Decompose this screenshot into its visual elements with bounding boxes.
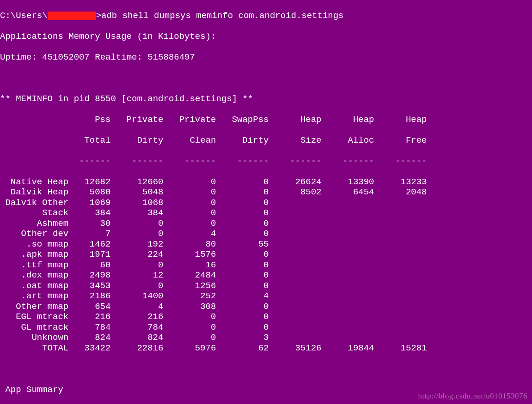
cell-heap-size: 26624 <box>269 177 321 187</box>
terminal-window[interactable]: C:\Users\>adb shell dumpsys meminfo com.… <box>0 0 532 404</box>
cell-swap-pss-dirty: 0 <box>216 218 269 229</box>
row-name: .art mmap <box>0 291 68 301</box>
row-name: Other mmap <box>0 301 68 312</box>
cell-priv-clean: 0 <box>163 312 216 322</box>
cell-pss-total: 2186 <box>68 291 110 301</box>
table-row: Other dev7040 <box>0 229 532 239</box>
table-row: Dalvik Other1069106800 <box>0 198 532 208</box>
row-name: Other dev <box>0 229 68 239</box>
col-hdr-heap-size: Heap <box>269 115 321 125</box>
cell-heap-free: 13233 <box>374 177 427 187</box>
cell-heap-alloc: 6454 <box>321 187 374 198</box>
col-hdr2-clean: Clean <box>163 135 216 146</box>
row-name: Ashmem <box>0 218 68 229</box>
table-row: .dex mmap24981224840 <box>0 270 532 281</box>
cell-heap-alloc: 19844 <box>321 343 374 354</box>
table-row: .apk mmap197122415760 <box>0 249 532 260</box>
row-name: Unknown <box>0 332 68 343</box>
cell-priv-dirty: 192 <box>110 239 163 250</box>
cell-priv-clean: 80 <box>163 239 216 250</box>
cell-swap-pss-dirty: 0 <box>216 198 269 208</box>
row-name: GL mtrack <box>0 322 68 333</box>
cell-pss-total: 3453 <box>68 281 110 291</box>
cell-swap-pss-dirty: 3 <box>216 332 269 343</box>
cell-priv-clean: 0 <box>163 198 216 208</box>
table-row: Stack38438400 <box>0 208 532 218</box>
uptime-value: 451052007 <box>42 52 90 62</box>
table-header-dashes: ----------------------------------------… <box>0 156 532 167</box>
cell-priv-clean: 0 <box>163 332 216 343</box>
col-hdr2-total: Total <box>68 135 110 146</box>
watermark-text: http://blog.csdn.net/u010153076 <box>418 391 528 402</box>
cell-pss-total: 2498 <box>68 270 110 281</box>
redacted-username <box>48 12 96 20</box>
row-name: .ttf mmap <box>0 260 68 271</box>
table-row: GL mtrack78478400 <box>0 322 532 333</box>
cell-priv-clean: 5976 <box>163 343 216 354</box>
cell-priv-clean: 16 <box>163 260 216 271</box>
cell-pss-total: 1971 <box>68 249 110 260</box>
col-hdr2-size: Size <box>269 135 321 146</box>
cell-swap-pss-dirty: 0 <box>216 249 269 260</box>
table-row: .so mmap14621928055 <box>0 239 532 250</box>
cell-priv-clean: 2484 <box>163 270 216 281</box>
col-hdr2-dirty: Dirty <box>110 135 163 146</box>
realtime-value: 515886497 <box>147 52 195 62</box>
cell-priv-clean: 1576 <box>163 249 216 260</box>
command-prompt-line: C:\Users\>adb shell dumpsys meminfo com.… <box>0 11 532 21</box>
col-hdr2-dirty2: Dirty <box>216 135 269 146</box>
meminfo-table-body: Native Heap126821266000266241339013233Da… <box>0 177 532 354</box>
cell-swap-pss-dirty: 0 <box>216 187 269 198</box>
cell-pss-total: 5080 <box>68 187 110 198</box>
command-text: adb shell dumpsys meminfo com.android.se… <box>101 11 344 21</box>
cell-pss-total: 12682 <box>68 177 110 187</box>
row-name: Stack <box>0 208 68 218</box>
cell-pss-total: 60 <box>68 260 110 271</box>
cell-heap-free: 15281 <box>374 343 427 354</box>
prompt-suffix: > <box>96 11 101 21</box>
cell-pss-total: 33422 <box>68 343 110 354</box>
meminfo-banner: ** MEMINFO in pid 8550 [com.android.sett… <box>0 94 532 104</box>
cell-priv-clean: 0 <box>163 177 216 187</box>
cell-priv-dirty: 1400 <box>110 291 163 301</box>
table-row: Ashmem30000 <box>0 218 532 229</box>
cell-priv-dirty: 0 <box>110 218 163 229</box>
cell-priv-dirty: 12660 <box>110 177 163 187</box>
col-hdr-pss: Pss <box>68 115 110 125</box>
cell-priv-dirty: 0 <box>110 281 163 291</box>
table-header-row-1: PssPrivatePrivateSwapPssHeapHeapHeap <box>0 115 532 125</box>
cell-priv-clean: 308 <box>163 301 216 312</box>
cell-pss-total: 216 <box>68 312 110 322</box>
meminfo-banner-prefix: ** MEMINFO in pid <box>0 94 90 104</box>
cell-priv-dirty: 1068 <box>110 198 163 208</box>
cell-swap-pss-dirty: 0 <box>216 281 269 291</box>
cell-pss-total: 30 <box>68 218 110 229</box>
table-row: .art mmap218614002524 <box>0 291 532 301</box>
col-hdr2-alloc: Alloc <box>321 135 374 146</box>
col-hdr2-free: Free <box>374 135 427 146</box>
cell-priv-dirty: 824 <box>110 332 163 343</box>
cell-priv-dirty: 4 <box>110 301 163 312</box>
table-row: .oat mmap3453012560 <box>0 281 532 291</box>
cell-swap-pss-dirty: 0 <box>216 177 269 187</box>
row-name: TOTAL <box>0 343 68 354</box>
row-name: .oat mmap <box>0 281 68 291</box>
cell-pss-total: 1462 <box>68 239 110 250</box>
meminfo-package: [com.android.settings] <box>121 94 237 104</box>
cell-swap-pss-dirty: 0 <box>216 312 269 322</box>
row-name: .apk mmap <box>0 249 68 260</box>
cell-swap-pss-dirty: 0 <box>216 270 269 281</box>
row-name: .dex mmap <box>0 270 68 281</box>
table-row: Dalvik Heap5080504800850264542048 <box>0 187 532 198</box>
row-name: Dalvik Heap <box>0 187 68 198</box>
cell-priv-dirty: 784 <box>110 322 163 333</box>
cell-swap-pss-dirty: 0 <box>216 260 269 271</box>
cell-swap-pss-dirty: 0 <box>216 301 269 312</box>
blank-line <box>0 73 532 84</box>
table-row: Other mmap65443080 <box>0 301 532 312</box>
table-row: TOTAL3342222816597662351261984415281 <box>0 343 532 354</box>
cell-swap-pss-dirty: 55 <box>216 239 269 250</box>
cell-priv-dirty: 216 <box>110 312 163 322</box>
cell-priv-clean: 0 <box>163 187 216 198</box>
cell-priv-clean: 0 <box>163 208 216 218</box>
